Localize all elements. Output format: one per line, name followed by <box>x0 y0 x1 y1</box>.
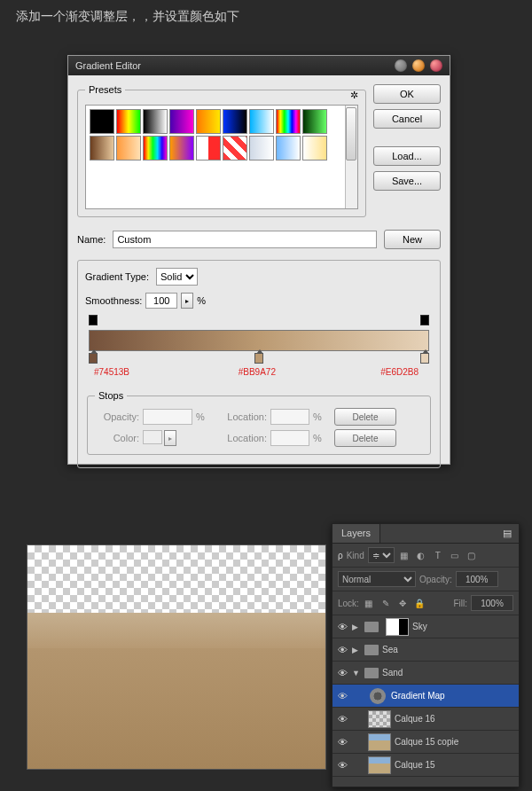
preset-swatch-1[interactable] <box>116 109 141 134</box>
kind-select[interactable]: ≑ <box>368 547 395 563</box>
close-dot-icon[interactable] <box>430 59 442 72</box>
delete-opacity-stop-button[interactable]: Delete <box>334 408 396 426</box>
fill-input[interactable] <box>471 595 513 611</box>
panel-menu-icon[interactable]: ▤ <box>496 524 519 543</box>
opacity-stop-left[interactable] <box>89 315 98 325</box>
layer-thumb[interactable] <box>368 710 391 728</box>
preset-swatch-14[interactable] <box>223 136 247 161</box>
visibility-eye-icon[interactable]: 👁 <box>332 668 352 678</box>
preset-swatch-13[interactable] <box>196 136 221 161</box>
visibility-eye-icon[interactable]: 👁 <box>332 645 352 655</box>
save-button[interactable]: Save... <box>373 171 441 191</box>
preset-swatch-8[interactable] <box>302 109 327 134</box>
disclosure-arrow-icon[interactable]: ▶ <box>352 646 361 654</box>
lock-icon-3[interactable]: 🔒 <box>413 599 426 608</box>
smoothness-label: Smoothness: <box>85 295 142 306</box>
opacity-stop-label: Opacity: <box>95 411 139 422</box>
layer-item-6[interactable]: 👁Calque 15 <box>332 754 519 777</box>
gradient-bar[interactable] <box>89 330 429 351</box>
color-stop-label: Color: <box>95 433 139 443</box>
desert-image-area <box>27 613 325 769</box>
location-input-1 <box>270 409 309 425</box>
kind-filter-icon-2[interactable]: T <box>432 551 444 560</box>
layer-item-2[interactable]: 👁▼Sand <box>332 662 519 685</box>
layer-item-5[interactable]: 👁Calque 15 copie <box>332 731 519 754</box>
presets-fieldset: Presets ✲ <box>77 84 366 217</box>
cancel-button[interactable]: Cancel <box>373 109 441 129</box>
name-input[interactable] <box>113 231 377 248</box>
visibility-eye-icon[interactable]: 👁 <box>332 714 352 724</box>
minimize-dot-icon[interactable] <box>395 59 407 72</box>
kind-filter-icon-3[interactable]: ▭ <box>449 551 461 560</box>
dialog-title: Gradient Editor <box>75 60 141 71</box>
preset-swatch-2[interactable] <box>143 109 168 134</box>
smoothness-input[interactable] <box>145 293 177 309</box>
load-button[interactable]: Load... <box>373 146 441 166</box>
color-dropdown-icon[interactable]: ▸ <box>164 430 176 446</box>
disclosure-arrow-icon[interactable]: ▶ <box>352 623 361 631</box>
visibility-eye-icon[interactable]: 👁 <box>332 737 352 748</box>
disclosure-arrow-icon[interactable]: ▼ <box>352 669 361 677</box>
preset-swatch-17[interactable] <box>302 136 327 161</box>
kind-filter-icon-4[interactable]: ▢ <box>466 551 478 560</box>
visibility-eye-icon[interactable]: 👁 <box>332 691 352 701</box>
blend-mode-select[interactable]: Normal <box>338 571 416 587</box>
visibility-eye-icon[interactable]: 👁 <box>332 622 352 632</box>
preset-swatch-16[interactable] <box>276 136 301 161</box>
preset-swatch-5[interactable] <box>223 109 247 134</box>
delete-color-stop-button[interactable]: Delete <box>334 429 396 447</box>
layer-item-0[interactable]: 👁▶Sky <box>332 615 519 638</box>
document-canvas[interactable] <box>27 544 326 770</box>
lock-icon-2[interactable]: ✥ <box>396 599 409 608</box>
layer-name: Calque 15 copie <box>395 737 458 747</box>
preset-swatch-15[interactable] <box>249 136 274 161</box>
preset-swatch-12[interactable] <box>169 136 194 161</box>
gradient-type-select[interactable]: Solid <box>156 268 198 286</box>
layer-item-4[interactable]: 👁Calque 16 <box>332 708 519 731</box>
preset-swatch-3[interactable] <box>169 109 194 134</box>
lock-icon-1[interactable]: ✎ <box>379 599 392 608</box>
visibility-eye-icon[interactable]: 👁 <box>332 760 352 771</box>
kind-filter-icon-0[interactable]: ▦ <box>398 551 411 560</box>
gradient-strip[interactable]: #74513B #BB9A72 #E6D2B8 <box>87 317 431 387</box>
location-input-2 <box>270 430 309 446</box>
kind-filter-icon-1[interactable]: ◐ <box>415 551 427 560</box>
preset-swatch-11[interactable] <box>143 136 168 161</box>
maximize-dot-icon[interactable] <box>412 59 425 72</box>
presets-scrollbar[interactable] <box>345 106 357 208</box>
opacity-stop-right[interactable] <box>420 315 429 325</box>
gradient-type-label: Gradient Type: <box>85 271 149 282</box>
dialog-titlebar[interactable]: Gradient Editor <box>68 56 450 75</box>
preset-swatch-6[interactable] <box>249 109 274 134</box>
new-button[interactable]: New <box>384 230 441 249</box>
folder-icon <box>364 622 379 632</box>
layer-thumb[interactable] <box>368 756 391 774</box>
lock-icon-0[interactable]: ▦ <box>363 599 375 608</box>
layer-item-1[interactable]: 👁▶Sea <box>332 638 519 662</box>
preset-swatch-7[interactable] <box>276 109 301 134</box>
layer-thumb[interactable] <box>368 733 391 751</box>
adjustment-layer-icon <box>370 688 386 704</box>
opacity-label: Opacity: <box>419 575 452 584</box>
layer-name: Calque 15 <box>395 760 435 770</box>
instruction-text: 添加一个渐变调整层，，并设置颜色如下 <box>0 0 532 34</box>
preset-swatch-4[interactable] <box>196 109 221 134</box>
location-label-1: Location: <box>217 411 267 422</box>
color-stop-mid[interactable] <box>254 353 263 364</box>
layer-item-3[interactable]: 👁Gradient Map <box>332 685 519 708</box>
preset-swatch-0[interactable] <box>90 109 114 134</box>
layer-name: Sand <box>382 668 403 677</box>
color-stop-left[interactable] <box>89 353 98 364</box>
stops-fieldset: Stops Opacity: % Location: % Delete Colo… <box>87 390 431 455</box>
color-stop-right[interactable] <box>420 353 429 364</box>
presets-gear-icon[interactable]: ✲ <box>350 90 358 101</box>
ok-button[interactable]: OK <box>373 84 441 104</box>
smoothness-dropdown-icon[interactable]: ▸ <box>181 293 193 309</box>
opacity-input[interactable] <box>456 571 498 587</box>
preset-swatch-10[interactable] <box>116 136 141 161</box>
layer-name: Gradient Map <box>391 691 445 701</box>
group-mask-thumb[interactable] <box>386 618 409 636</box>
preset-swatch-9[interactable] <box>90 136 114 161</box>
color-swatch-mini[interactable] <box>143 430 162 444</box>
layers-tab[interactable]: Layers <box>332 524 380 543</box>
